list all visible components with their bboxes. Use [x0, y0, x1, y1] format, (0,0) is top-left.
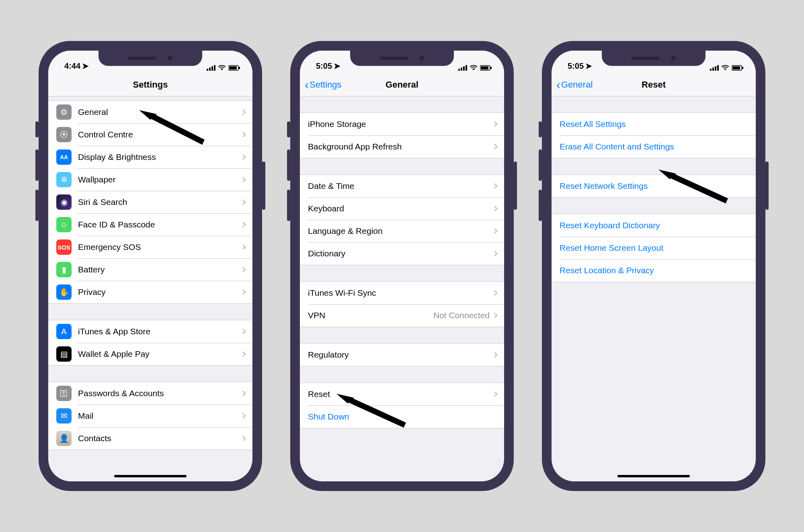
- settings-row[interactable]: VPNNot Connected: [300, 304, 504, 327]
- settings-row[interactable]: ✲Wallpaper: [48, 168, 252, 191]
- settings-row[interactable]: Reset Location & Privacy: [552, 259, 756, 282]
- settings-row[interactable]: ⦿Control Centre: [48, 123, 252, 146]
- svg-rect-0: [207, 69, 208, 71]
- row-label: VPN: [308, 311, 433, 320]
- status-time: 5:05: [568, 61, 584, 71]
- row-label: Siri & Search: [78, 197, 241, 207]
- row-label: Regulatory: [308, 350, 493, 360]
- wallet-icon: ▤: [56, 346, 72, 362]
- settings-row[interactable]: Reset Keyboard Dictionary: [552, 214, 756, 237]
- volume-down-button[interactable]: [35, 190, 39, 221]
- settings-row[interactable]: Erase All Content and Settings: [552, 135, 756, 158]
- svg-rect-9: [458, 69, 460, 71]
- settings-row[interactable]: Keyboard: [300, 197, 504, 220]
- settings-row[interactable]: 👤Contacts: [48, 427, 252, 450]
- home-indicator[interactable]: [114, 475, 187, 477]
- settings-row[interactable]: ▤Wallet & Apple Pay: [48, 343, 252, 365]
- chevron-right-icon: [240, 329, 246, 334]
- gear-icon: ⚙︎: [56, 104, 72, 120]
- svg-rect-19: [712, 68, 714, 71]
- row-label: Mail: [78, 411, 241, 421]
- chevron-right-icon: [240, 413, 246, 419]
- appstore-icon: A: [56, 324, 72, 339]
- volume-down-button[interactable]: [287, 190, 290, 221]
- mute-switch[interactable]: [287, 121, 290, 137]
- svg-rect-3: [214, 65, 215, 71]
- svg-rect-20: [715, 66, 716, 71]
- settings-row[interactable]: Regulatory: [300, 344, 504, 366]
- contacts-icon: 👤: [56, 431, 72, 446]
- settings-row[interactable]: Reset Home Screen Layout: [552, 237, 756, 259]
- power-button[interactable]: [765, 162, 769, 210]
- status-time: 4:44: [64, 61, 80, 71]
- phone-settings: 4:44 ➤ Settings ⚙︎General⦿Control Centre…: [39, 41, 262, 491]
- page-title: Reset: [642, 80, 666, 90]
- settings-row[interactable]: SOSEmergency SOS: [48, 236, 252, 258]
- back-button[interactable]: ‹ General: [556, 79, 593, 91]
- settings-row[interactable]: ✋Privacy: [48, 281, 252, 303]
- settings-row[interactable]: ☺Face ID & Passcode: [48, 213, 252, 236]
- row-label: Wallet & Apple Pay: [78, 349, 241, 359]
- volume-down-button[interactable]: [539, 190, 542, 221]
- svg-rect-2: [211, 66, 213, 71]
- screen: 5:05 ➤ ‹ General Reset Reset All Setting…: [552, 51, 756, 481]
- settings-row[interactable]: Reset: [300, 383, 504, 405]
- row-label: Reset Location & Privacy: [560, 266, 749, 275]
- volume-up-button[interactable]: [35, 149, 39, 181]
- settings-row[interactable]: AiTunes & App Store: [48, 320, 252, 343]
- location-icon: ➤: [334, 61, 340, 71]
- chevron-right-icon: [240, 436, 246, 441]
- power-button[interactable]: [514, 162, 517, 210]
- settings-row[interactable]: iTunes Wi-Fi Sync: [300, 282, 504, 304]
- settings-row[interactable]: AADisplay & Brightness: [48, 146, 252, 168]
- settings-row[interactable]: ✉Mail: [48, 405, 252, 427]
- face-icon: ☺: [56, 217, 72, 232]
- volume-up-button[interactable]: [287, 149, 290, 181]
- notch: [350, 51, 454, 66]
- row-label: Face ID & Passcode: [78, 220, 241, 229]
- back-button[interactable]: ‹ Settings: [305, 79, 342, 91]
- settings-row[interactable]: ⚙︎General: [48, 101, 252, 123]
- settings-row[interactable]: ◉Siri & Search: [48, 191, 252, 213]
- settings-row[interactable]: ⚿Passwords & Accounts: [48, 382, 252, 405]
- hand-icon: ✋: [56, 284, 72, 300]
- general-list[interactable]: iPhone StorageBackground App Refresh Dat…: [300, 96, 504, 428]
- settings-row[interactable]: Date & Time: [300, 175, 504, 197]
- screen: 4:44 ➤ Settings ⚙︎General⦿Control Centre…: [48, 51, 252, 481]
- page-title: General: [386, 80, 418, 90]
- settings-row[interactable]: Reset Network Settings: [552, 175, 756, 197]
- chevron-right-icon: [240, 222, 246, 227]
- svg-rect-18: [710, 69, 712, 71]
- reset-list[interactable]: Reset All SettingsErase All Content and …: [552, 96, 756, 282]
- row-value: Not Connected: [433, 311, 490, 320]
- settings-row[interactable]: Reset All Settings: [552, 113, 756, 135]
- mute-switch[interactable]: [35, 121, 39, 137]
- row-label: Reset Home Screen Layout: [560, 243, 749, 253]
- battery-icon: [732, 65, 744, 71]
- settings-row[interactable]: Language & Region: [300, 220, 504, 242]
- location-icon: ➤: [585, 61, 592, 71]
- battery-icon: ▮: [56, 262, 72, 277]
- power-button[interactable]: [262, 162, 265, 210]
- settings-row[interactable]: Background App Refresh: [300, 135, 504, 158]
- status-time: 5:05: [316, 61, 332, 71]
- mail-icon: ✉: [56, 408, 72, 424]
- row-label: Emergency SOS: [78, 242, 241, 252]
- svg-rect-15: [490, 67, 492, 69]
- volume-up-button[interactable]: [539, 149, 542, 181]
- settings-row[interactable]: Shut Down: [300, 405, 504, 428]
- mute-switch[interactable]: [539, 121, 542, 137]
- notch: [602, 51, 706, 66]
- settings-list[interactable]: ⚙︎General⦿Control CentreAADisplay & Brig…: [48, 96, 252, 450]
- battery-icon: [228, 65, 240, 71]
- phone-reset: 5:05 ➤ ‹ General Reset Reset All Setting…: [542, 41, 765, 491]
- svg-rect-10: [461, 68, 462, 71]
- svg-rect-14: [481, 66, 488, 70]
- svg-rect-1: [209, 68, 211, 71]
- home-indicator[interactable]: [617, 475, 690, 477]
- settings-row[interactable]: iPhone Storage: [300, 113, 504, 135]
- sos-icon: SOS: [56, 239, 72, 255]
- row-label: iPhone Storage: [308, 119, 493, 129]
- settings-row[interactable]: ▮Battery: [48, 258, 252, 281]
- settings-row[interactable]: Dictionary: [300, 242, 504, 265]
